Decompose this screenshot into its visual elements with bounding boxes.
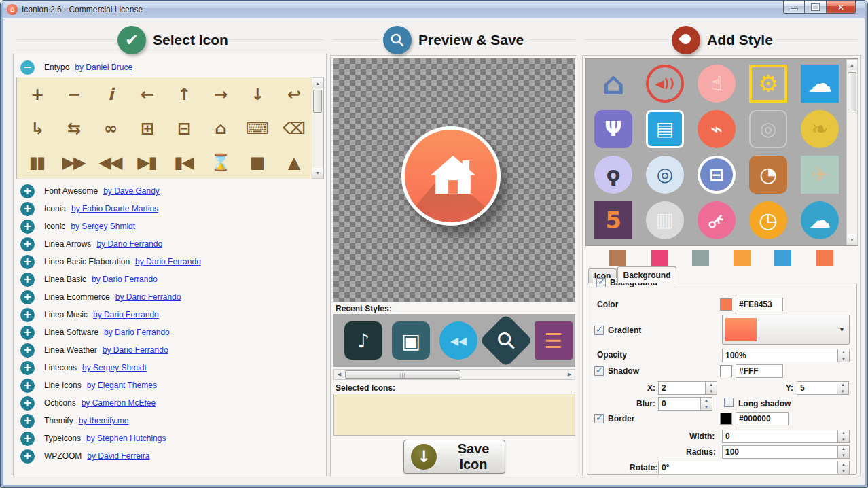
shadow-color-swatch[interactable] (720, 365, 732, 377)
scroll-thumb[interactable] (345, 370, 460, 379)
swatch-gray[interactable] (692, 250, 709, 266)
shadow-x-spinner[interactable] (706, 381, 717, 395)
plane-preset[interactable]: ✈ (801, 156, 839, 194)
thumbs-up-preset[interactable]: ☝ (698, 65, 736, 103)
font-set-author-link[interactable]: by Elegant Themes (87, 381, 157, 390)
plus-icon[interactable]: + (18, 77, 55, 111)
swatch-orange[interactable] (734, 250, 751, 266)
rotate-spinner[interactable] (838, 461, 850, 474)
plus-icon[interactable] (20, 432, 35, 446)
plus-icon[interactable] (20, 290, 35, 304)
fast-forward-icon[interactable]: ▶▶ (55, 145, 92, 179)
scroll-up-icon[interactable] (847, 60, 857, 70)
plus-icon[interactable] (20, 326, 35, 340)
microphone-preset[interactable]: Ψ (594, 110, 632, 148)
font-set-author-link[interactable]: by Dario Ferrando (93, 310, 159, 319)
border-radius-spinner[interactable] (838, 445, 850, 459)
font-set-author-link[interactable]: by Stephen Hutchings (86, 434, 166, 443)
newspaper-preset[interactable]: ▥ (646, 201, 684, 239)
font-set-author-link[interactable]: by Cameron McEfee (82, 398, 156, 408)
font-set-author-link[interactable]: by Dario Ferrando (115, 292, 181, 302)
list-doc-style[interactable]: ☰ (535, 321, 573, 360)
plus-icon[interactable] (20, 361, 35, 375)
rewind-circle-style[interactable]: ◀◀ (439, 321, 477, 360)
border-width-spinner[interactable] (838, 430, 850, 443)
html5-preset[interactable]: 5 (594, 201, 632, 239)
plus-icon[interactable] (20, 308, 35, 322)
scroll-right-icon[interactable] (564, 370, 575, 379)
stop-icon[interactable]: ■ (238, 145, 275, 179)
cloud-preset[interactable]: ☁ (801, 65, 839, 103)
save-icon-button[interactable]: Save Icon (403, 440, 505, 474)
key-preset[interactable]: ⚷ (689, 193, 743, 247)
selected-icons-box[interactable] (333, 394, 575, 436)
gradient-checkbox[interactable] (594, 326, 604, 335)
lightbulb-preset[interactable]: ϙ (594, 156, 632, 194)
border-checkbox[interactable] (594, 414, 604, 423)
swatch-brown[interactable] (609, 250, 626, 266)
gradient-dropdown[interactable]: ▼ (722, 315, 850, 345)
font-set-author-link[interactable]: by Fabio Duarte Martins (71, 204, 158, 213)
minus-icon[interactable]: − (55, 77, 92, 111)
scroll-thumb[interactable] (848, 72, 856, 111)
music-file-style[interactable]: ♪ (344, 321, 382, 360)
plus-icon[interactable] (20, 379, 35, 393)
opacity-field[interactable] (722, 349, 838, 362)
reply-icon[interactable]: ↩ (275, 77, 312, 111)
battery-preset[interactable]: ⊟ (698, 156, 736, 194)
camera-outline-preset[interactable]: ◎ (749, 110, 787, 148)
arrow-right-icon[interactable]: → (202, 77, 238, 111)
long-shadow-checkbox[interactable] (724, 398, 734, 407)
font-set-author-link[interactable]: by Dario Ferrando (96, 239, 162, 249)
titlebar[interactable]: Iconion 2.6 - Commercial License (1, 1, 867, 18)
rotate-field[interactable] (658, 461, 838, 474)
gear-preset[interactable]: ⚙ (749, 65, 787, 103)
minus-icon[interactable] (20, 60, 35, 75)
font-set-author-link[interactable]: by David Ferreira (87, 451, 149, 461)
border-width-field[interactable] (722, 430, 838, 443)
opacity-spinner[interactable] (838, 349, 850, 362)
plus-icon[interactable] (20, 202, 35, 216)
speaker-preset[interactable]: ◀)) (646, 65, 684, 103)
scroll-left-icon[interactable] (334, 370, 344, 379)
remove-square-icon[interactable]: ⊟ (165, 111, 202, 145)
font-set-author-link[interactable]: by Sergey Shmidt (71, 222, 135, 231)
home-preset[interactable]: ⌂ (594, 65, 632, 103)
plus-icon[interactable] (20, 237, 35, 251)
swatch-coral[interactable] (816, 250, 833, 266)
rewind-icon[interactable]: ◀◀ (92, 145, 128, 179)
font-set-author-link[interactable]: by Dario Ferrando (135, 257, 201, 266)
shadow-checkbox[interactable] (594, 366, 604, 376)
color-value-field[interactable] (736, 298, 783, 311)
font-set-author-link[interactable]: by Sergey Shmidt (82, 363, 147, 372)
shadow-y-spinner[interactable] (837, 381, 849, 395)
style-grid-scrollbar[interactable] (846, 59, 858, 245)
maximize-button[interactable] (805, 1, 826, 14)
to-start-icon[interactable]: ▮◀ (165, 145, 202, 179)
search-style[interactable]: ⚲ (479, 313, 532, 367)
plus-icon[interactable] (20, 414, 35, 428)
minimize-button[interactable] (783, 1, 805, 14)
shadow-y-field[interactable] (797, 381, 837, 395)
plus-icon[interactable] (20, 255, 35, 269)
add-square-icon[interactable]: ⊞ (128, 111, 165, 145)
close-button[interactable] (826, 1, 856, 14)
arrow-down-icon[interactable]: ↓ (238, 77, 275, 111)
border-color-field[interactable] (736, 412, 789, 425)
address-book-preset[interactable]: ▤ (646, 110, 684, 148)
plus-icon[interactable] (20, 396, 35, 411)
scroll-down-icon[interactable] (312, 168, 323, 178)
blur-field[interactable] (658, 397, 701, 411)
blur-spinner[interactable] (701, 397, 712, 411)
scroll-up-icon[interactable] (312, 78, 323, 88)
flashlight-preset[interactable]: ⌁ (698, 110, 736, 148)
info-icon[interactable]: i (92, 77, 128, 111)
arrow-left-icon[interactable]: ← (128, 77, 165, 111)
font-set-author-link[interactable]: by themify.me (79, 416, 129, 425)
font-set-author-link[interactable]: by Dario Ferrando (103, 345, 168, 355)
font-set-author-link[interactable]: by Dave Gandy (103, 186, 160, 196)
swatch-pink[interactable] (651, 250, 668, 266)
plus-icon[interactable] (20, 343, 35, 358)
leaf-preset[interactable]: ❧ (801, 110, 839, 148)
tab-background[interactable]: Background (617, 266, 676, 283)
